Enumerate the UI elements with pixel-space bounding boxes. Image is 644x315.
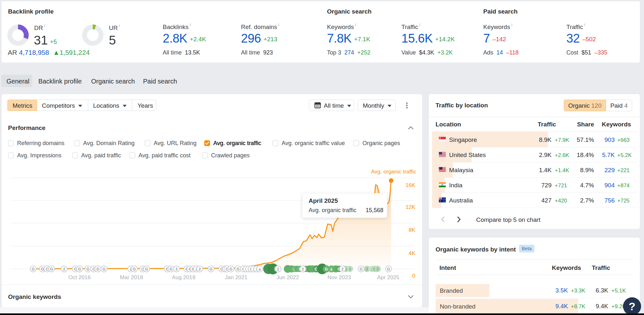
svg-text:2: 2 <box>366 267 368 271</box>
svg-text:Nov 2023: Nov 2023 <box>328 274 351 281</box>
svg-text:G: G <box>78 267 81 271</box>
svg-text:3: 3 <box>349 267 351 271</box>
svg-text:C: C <box>46 267 49 271</box>
svg-text:Mar 2018: Mar 2018 <box>120 274 143 281</box>
svg-text:2: 2 <box>277 267 279 271</box>
svg-text:2: 2 <box>377 267 379 271</box>
svg-text:2: 2 <box>63 267 65 271</box>
svg-text:4K: 4K <box>409 250 415 256</box>
svg-text:G: G <box>387 267 390 271</box>
svg-text:G: G <box>41 267 44 271</box>
svg-text:2: 2 <box>302 267 304 271</box>
svg-text:G: G <box>209 267 212 271</box>
svg-text:Jan 2021: Jan 2021 <box>225 274 247 281</box>
svg-text:G: G <box>102 267 105 271</box>
svg-text:0: 0 <box>412 273 415 279</box>
svg-text:2: 2 <box>199 267 201 271</box>
svg-text:Apr 2025: Apr 2025 <box>377 274 399 281</box>
svg-text:G: G <box>229 267 232 271</box>
svg-text:G: G <box>325 267 328 271</box>
svg-text:8K: 8K <box>409 227 415 233</box>
svg-text:Aug 2019: Aug 2019 <box>172 274 196 281</box>
svg-text:Oct 2016: Oct 2016 <box>69 274 91 281</box>
svg-text:Avg. organic traffic: Avg. organic traffic <box>371 169 417 175</box>
svg-text:G: G <box>32 267 34 271</box>
svg-text:G: G <box>360 267 362 271</box>
svg-text:G: G <box>86 267 89 271</box>
svg-text:G: G <box>96 267 99 271</box>
svg-text:16K: 16K <box>406 182 416 188</box>
svg-text:G: G <box>145 267 148 271</box>
svg-text:Jun 2022: Jun 2022 <box>276 274 299 281</box>
svg-text:2: 2 <box>176 267 178 271</box>
svg-text:G: G <box>50 267 53 271</box>
svg-text:2: 2 <box>341 267 344 271</box>
svg-text:G: G <box>133 267 136 271</box>
svg-text:a: a <box>259 267 261 271</box>
svg-text:G: G <box>236 267 239 271</box>
svg-text:12K: 12K <box>406 204 416 210</box>
svg-text:G: G <box>169 267 172 271</box>
